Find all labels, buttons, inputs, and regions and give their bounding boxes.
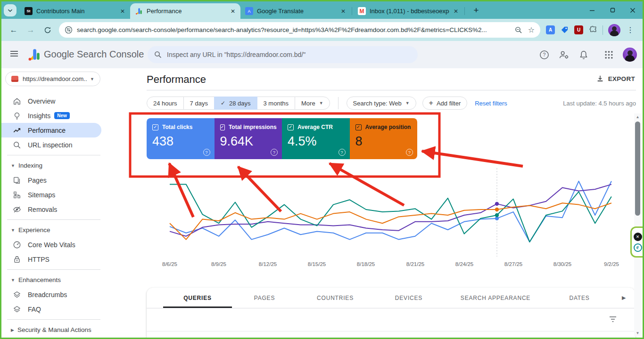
tab-close-icon[interactable]: ✕	[452, 8, 460, 15]
tab-close-icon[interactable]: ✕	[339, 8, 347, 15]
account-avatar[interactable]	[623, 48, 637, 62]
search-icon	[13, 141, 21, 149]
bookmark-star-icon[interactable]: ☆	[528, 25, 535, 34]
tag-extension-icon[interactable]	[560, 25, 569, 34]
help-icon[interactable]: ?	[339, 149, 346, 156]
sidebar-divider	[7, 219, 100, 220]
browser-profile-avatar[interactable]	[608, 24, 620, 36]
sidebar-section-security[interactable]: ▶Security & Manual Actions	[1, 323, 133, 337]
sidebar-item-faq[interactable]: FAQ	[1, 302, 101, 316]
minimize-button[interactable]	[582, 1, 602, 19]
tab-pages[interactable]: PAGES	[254, 295, 275, 301]
help-icon[interactable]: ?	[203, 149, 210, 156]
close-window-button[interactable]	[622, 1, 643, 19]
new-tab-button[interactable]: +	[471, 5, 482, 16]
user-settings-icon[interactable]	[559, 50, 570, 60]
property-label: https://dreamdoor.com....	[23, 75, 87, 82]
tab-dates[interactable]: DATES	[569, 295, 589, 301]
range-24-hours-button[interactable]: 24 hours	[147, 97, 184, 110]
tab-countries[interactable]: COUNTRIES	[317, 295, 354, 301]
range-28-days-button[interactable]: ✓28 days	[214, 97, 257, 110]
extensions-puzzle-icon[interactable]	[588, 25, 597, 34]
sidebar-section-indexing[interactable]: ▼Indexing	[1, 158, 133, 173]
reload-button[interactable]	[41, 23, 55, 37]
maximize-button[interactable]	[602, 1, 622, 19]
tab-performance[interactable]: Performance ✕	[130, 3, 240, 19]
section-label: Enhancements	[18, 276, 61, 283]
reset-filters-link[interactable]: Reset filters	[475, 100, 507, 107]
tab-search-appearance[interactable]: SEARCH APPEARANCE	[461, 295, 530, 301]
url-bar[interactable]: ☆	[59, 22, 540, 38]
checkbox-checked-icon[interactable]: ✓	[220, 124, 225, 130]
chevron-down-icon: ▼	[405, 101, 410, 105]
total-impressions-card[interactable]: ✓Total impressions 9.64K ?	[215, 118, 282, 159]
range-more-button[interactable]: More▼	[295, 97, 330, 110]
url-input[interactable]	[77, 26, 511, 33]
tab-gmail-inbox[interactable]: M Inbox (1,011) - bdbestseoexpert ✕	[353, 3, 463, 19]
sidebar-item-overview[interactable]: Overview	[1, 94, 101, 108]
checkbox-checked-icon[interactable]: ✓	[288, 124, 294, 130]
scroll-down-arrow[interactable]: ▼	[634, 330, 641, 336]
date-range-group: 24 hours 7 days ✓28 days 3 months More▼	[147, 97, 330, 110]
search-console-logo-icon[interactable]	[28, 48, 41, 61]
x-tick-label: 8/24/25	[455, 261, 473, 267]
chevron-down-icon	[8, 8, 13, 13]
sidebar-item-url-inspection[interactable]: URL inspection	[1, 137, 101, 152]
help-icon[interactable]: ?	[406, 149, 413, 156]
help-icon[interactable]: ?	[271, 149, 278, 156]
tabs-overflow-arrow-icon[interactable]: ▶	[622, 295, 626, 301]
inspect-url-input[interactable]	[167, 51, 411, 58]
forward-button[interactable]: →	[24, 23, 38, 37]
hamburger-menu-icon[interactable]	[9, 49, 19, 58]
ublock-extension-icon[interactable]: U	[574, 25, 583, 34]
sidebar-item-label: Core Web Vitals	[28, 241, 75, 249]
translate-extension-icon[interactable]: A	[546, 25, 555, 34]
sidebar: https://dreamdoor.com.... ▼ Overview Ins…	[1, 68, 133, 338]
sidebar-item-sitemaps[interactable]: Sitemaps	[1, 187, 101, 202]
average-ctr-card[interactable]: ✓Average CTR 4.5% ?	[282, 118, 350, 159]
tab-devices[interactable]: DEVICES	[395, 295, 422, 301]
tab-contributors-main[interactable]: St Contributors Main ✕	[20, 3, 130, 19]
sidebar-item-performance[interactable]: Performance	[1, 123, 101, 137]
sidebar-item-https[interactable]: HTTPS	[1, 252, 101, 266]
sidebar-section-enhancements[interactable]: ▼Enhancements	[1, 273, 133, 287]
sidebar-item-core-web-vitals[interactable]: Core Web Vitals	[1, 237, 101, 252]
back-button[interactable]: ←	[7, 23, 21, 37]
url-inspect-searchbox[interactable]	[148, 46, 418, 63]
sidebar-item-breadcrumbs[interactable]: Breadcrumbs	[1, 287, 101, 302]
help-icon[interactable]: ?	[539, 50, 549, 60]
checkbox-checked-icon[interactable]: ✓	[355, 124, 362, 130]
range-3-months-button[interactable]: 3 months	[257, 97, 295, 110]
sidebar-item-pages[interactable]: Pages	[1, 173, 101, 187]
table-filter-icon[interactable]	[609, 316, 617, 323]
add-filter-button[interactable]: +Add filter	[422, 97, 468, 110]
widget-close-icon[interactable]: ✕	[634, 233, 642, 241]
tab-google-translate[interactable]: A Google Translate ✕	[240, 3, 351, 19]
tab-close-icon[interactable]: ✕	[119, 8, 126, 15]
total-clicks-card[interactable]: ✓Total clicks 438 ?	[147, 118, 215, 159]
tab-queries[interactable]: QUERIES	[183, 295, 212, 301]
tab-search-button[interactable]	[4, 4, 17, 16]
sidebar-item-removals[interactable]: Removals	[1, 202, 101, 217]
vertical-scrollbar[interactable]: ▲ ▼	[634, 113, 641, 336]
sidebar-section-experience[interactable]: ▼Experience	[1, 223, 133, 237]
scroll-up-arrow[interactable]: ▲	[634, 113, 641, 120]
average-position-card[interactable]: ✓Average position 8 ?	[350, 118, 418, 159]
scrollbar-thumb[interactable]	[635, 121, 640, 216]
property-selector[interactable]: https://dreamdoor.com.... ▼	[5, 72, 100, 86]
range-7-days-button[interactable]: 7 days	[183, 97, 215, 110]
search-type-filter[interactable]: Search type: Web▼	[347, 97, 416, 110]
notifications-bell-icon[interactable]	[579, 50, 588, 60]
google-apps-grid-icon[interactable]	[604, 50, 613, 59]
sidebar-item-insights[interactable]: Insights New	[1, 108, 101, 123]
filter-bar: 24 hours 7 days ✓28 days 3 months More▼ …	[147, 96, 636, 110]
tab-title: Performance	[147, 8, 226, 15]
zoom-icon[interactable]	[515, 26, 522, 34]
export-button[interactable]: EXPORT	[596, 75, 635, 82]
widget-e-icon[interactable]: e	[634, 243, 642, 252]
tab-close-icon[interactable]: ✕	[229, 8, 237, 15]
site-settings-icon[interactable]	[65, 26, 73, 34]
browser-menu-icon[interactable]: ⋮	[627, 25, 634, 34]
sidebar-item-label: Insights	[28, 112, 50, 120]
checkbox-checked-icon[interactable]: ✓	[152, 124, 158, 130]
